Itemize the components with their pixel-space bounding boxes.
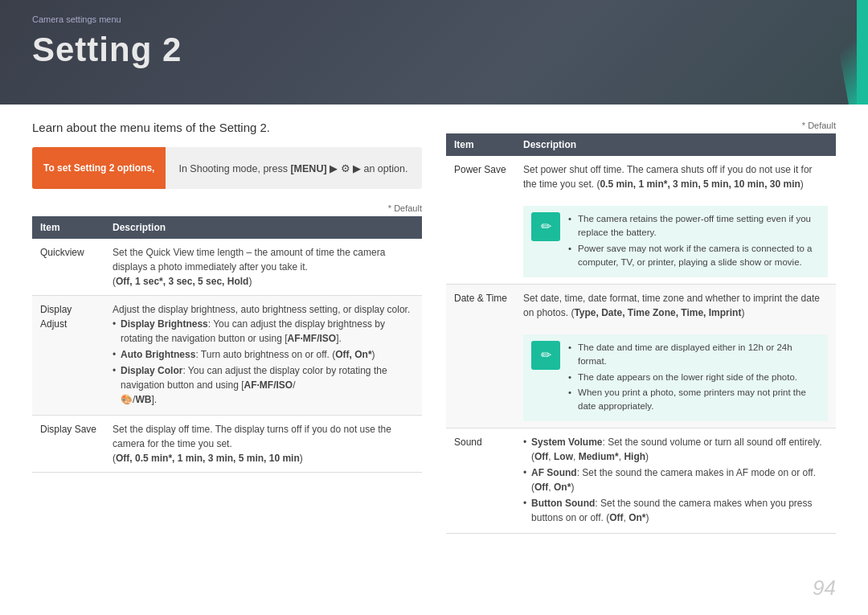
right-col-header-item: Item: [446, 133, 515, 156]
row-item-display-adjust: DisplayAdjust: [32, 296, 104, 416]
row-item-display-save: Display Save: [32, 416, 104, 473]
table-row: Quickview Set the Quick View time length…: [32, 239, 422, 296]
row-item-quickview: Quickview: [32, 239, 104, 296]
note-icon: ✏: [531, 212, 560, 241]
right-col-header-desc: Description: [515, 133, 836, 156]
right-table: Item Description Power Save Set power sh…: [446, 133, 836, 534]
default-note-left: * Default: [32, 203, 422, 213]
row-desc-display-save: Set the display off time. The display tu…: [104, 416, 422, 473]
default-note-right: * Default: [446, 121, 836, 130]
row-desc-date-time: Set date, time, date format, time zone a…: [515, 285, 836, 428]
table-row: Date & Time Set date, time, date format,…: [446, 285, 836, 428]
header: Camera settings menu Setting 2: [0, 0, 868, 105]
table-row: Sound System Volume: Set the sound volum…: [446, 428, 836, 534]
row-item-sound: Sound: [446, 428, 515, 534]
left-table: Item Description Quickview Set the Quick…: [32, 216, 422, 473]
col-header-item: Item: [32, 216, 104, 239]
row-desc-sound: System Volume: Set the sound volume or t…: [515, 428, 836, 534]
row-desc-display-adjust: Adjust the display brightness, auto brig…: [104, 296, 422, 416]
table-row: Display Save Set the display off time. T…: [32, 416, 422, 473]
left-column: Learn about the menu items of the Settin…: [32, 121, 422, 599]
subtitle: Learn about the menu items of the Settin…: [32, 121, 422, 134]
main-content: Learn about the menu items of the Settin…: [0, 105, 868, 615]
col-header-desc: Description: [104, 216, 422, 239]
row-desc-power-save: Set power shut off time. The camera shut…: [515, 156, 836, 285]
row-item-date-time: Date & Time: [446, 285, 515, 428]
page-number: 94: [813, 576, 836, 601]
date-time-note: ✏ The date and time are displayed either…: [523, 334, 828, 421]
power-save-note: ✏ The camera retains the power-off time …: [523, 206, 828, 277]
row-desc-quickview: Set the Quick View time length – the amo…: [104, 239, 422, 296]
breadcrumb: Camera settings menu: [32, 14, 836, 24]
page-title: Setting 2: [32, 31, 836, 69]
instruction-label: To set Setting 2 options,: [32, 147, 166, 189]
instruction-box: To set Setting 2 options, In Shooting mo…: [32, 147, 422, 189]
table-row: DisplayAdjust Adjust the display brightn…: [32, 296, 422, 416]
right-column: * Default Item Description Power Save Se…: [446, 121, 836, 599]
note-icon-2: ✏: [531, 341, 560, 370]
row-item-power-save: Power Save: [446, 156, 515, 285]
instruction-text: In Shooting mode, press [MENU] ▶ ⚙ ▶ an …: [166, 154, 422, 182]
teal-accent-bar: [857, 0, 868, 105]
table-row: Power Save Set power shut off time. The …: [446, 156, 836, 285]
